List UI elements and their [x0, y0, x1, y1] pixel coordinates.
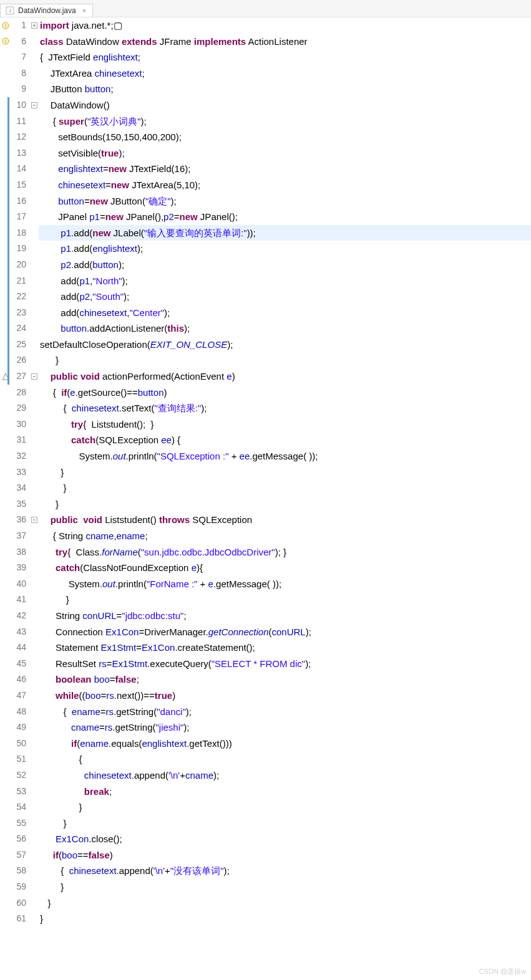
code-line[interactable]: p1.add(englishtext); — [39, 241, 531, 257]
code-line[interactable]: } — [39, 480, 531, 496]
code-line[interactable]: public void actionPerformed(ActionEvent … — [39, 368, 531, 385]
fold-blank — [30, 448, 39, 464]
code-line[interactable]: p1.add(new JLabel("输入要查询的英语单词:")); — [39, 225, 531, 241]
code-line[interactable]: if(ename.equals(englishtext.getText())) — [39, 736, 531, 752]
code-line[interactable]: { chinesetext.setText("查询结果:"); — [39, 400, 531, 416]
code-line[interactable]: { if(e.getSource()==button) — [39, 385, 531, 401]
code-line[interactable]: ResultSet rs=Ex1Stmt.executeQuery("SELEC… — [39, 656, 531, 672]
gutter-blank — [0, 879, 11, 895]
code-line[interactable]: JTextArea chinesetext; — [39, 65, 531, 82]
code-line[interactable]: add(chinesetext,"Center"); — [39, 305, 531, 321]
code-line[interactable]: System.out.println("ForName :" + e.getMe… — [39, 576, 531, 592]
fold-blank — [30, 49, 39, 65]
line-number: 45 — [11, 656, 26, 672]
code-line[interactable]: { ename=rs.getString("danci"); — [39, 704, 531, 720]
code-line[interactable]: chinesetext=new JTextArea(5,10); — [39, 177, 531, 193]
code-line[interactable]: cname=rs.getString("jieshi"); — [39, 719, 531, 736]
code-line[interactable]: } — [39, 879, 531, 895]
svg-text:J: J — [9, 8, 11, 14]
gutter-blank — [0, 831, 11, 847]
code-line[interactable]: button=new JButton("确定"); — [39, 193, 531, 209]
fold-toggle-icon[interactable] — [30, 512, 39, 528]
code-line[interactable]: try{ Class.forName("sun.jdbc.odbc.JdbcOd… — [39, 544, 531, 560]
code-line[interactable]: } — [39, 464, 531, 481]
code-line[interactable]: setVisible(true); — [39, 145, 531, 161]
code-line[interactable]: } — [39, 352, 531, 368]
code-line[interactable]: class DataWindow extends JFrame implemen… — [39, 34, 531, 50]
code-line[interactable]: } — [39, 496, 531, 512]
fold-blank — [30, 863, 39, 879]
code-line[interactable]: } — [39, 815, 531, 832]
code-line[interactable]: import java.net.*;▢ — [39, 17, 531, 34]
line-number: 41 — [11, 592, 26, 608]
code-line[interactable]: } — [39, 592, 531, 608]
code-line[interactable]: if(boo==false) — [39, 847, 531, 863]
code-line[interactable]: Connection Ex1Con=DriverManager.getConne… — [39, 624, 531, 640]
gutter-blank — [0, 560, 11, 576]
code-line[interactable]: boolean boo=false; — [39, 671, 531, 688]
line-number: 17 — [11, 209, 26, 225]
fold-blank — [30, 81, 39, 97]
code-line[interactable]: try{ Liststudent(); } — [39, 416, 531, 433]
code-line[interactable]: setDefaultCloseOperation(EXIT_ON_CLOSE); — [39, 337, 531, 353]
code-line[interactable]: Statement Ex1Stmt=Ex1Con.createStatement… — [39, 640, 531, 656]
editor-tab[interactable]: J DataWindow.java × — [0, 4, 93, 17]
code-line[interactable]: chinesetext.append('\n'+cname); — [39, 767, 531, 784]
close-icon[interactable]: × — [82, 7, 86, 14]
code-line[interactable]: JPanel p1=new JPanel(),p2=new JPanel(); — [39, 209, 531, 225]
code-line[interactable]: DataWindow() — [39, 97, 531, 113]
code-line[interactable]: { — [39, 751, 531, 767]
line-number: 29 — [11, 400, 26, 416]
code-line[interactable]: } — [39, 911, 531, 927]
gutter-blank — [0, 209, 11, 225]
code-line[interactable]: } — [39, 895, 531, 911]
line-number: 36 — [11, 512, 26, 528]
fold-toggle-icon[interactable] — [30, 97, 39, 113]
code-line[interactable]: add(p1,"North"); — [39, 273, 531, 289]
gutter-blank — [0, 704, 11, 720]
code-line[interactable]: { JTextField englishtext; — [39, 49, 531, 65]
line-number: 28 — [11, 385, 26, 401]
code-line[interactable]: catch(SQLException ee) { — [39, 432, 531, 448]
fold-toggle-icon[interactable] — [30, 17, 39, 34]
gutter-blank — [0, 97, 11, 113]
line-number: 61 — [11, 911, 26, 927]
line-number: 15 — [11, 177, 26, 193]
gutter-blank — [0, 193, 11, 209]
code-area[interactable]: import java.net.*;▢class DataWindow exte… — [39, 17, 531, 927]
code-line[interactable]: setBounds(150,150,400,200); — [39, 129, 531, 145]
code-line[interactable]: add(p2,"South"); — [39, 289, 531, 305]
gutter-blank — [0, 257, 11, 273]
warning-icon[interactable]: ! — [0, 17, 11, 34]
code-line[interactable]: button.addActionListener(this); — [39, 320, 531, 337]
code-line[interactable]: break; — [39, 784, 531, 800]
code-line[interactable]: catch(ClassNotFoundException e){ — [39, 560, 531, 576]
code-line[interactable]: while((boo=rs.next())==true) — [39, 688, 531, 704]
gutter-blank — [0, 273, 11, 289]
fold-blank — [30, 560, 39, 576]
code-line[interactable]: String conURL="jdbc:odbc:stu"; — [39, 608, 531, 624]
gutter-blank — [0, 289, 11, 305]
fold-blank — [30, 257, 39, 273]
warning-icon[interactable]: ! — [0, 34, 11, 50]
code-line[interactable]: englishtext=new JTextField(16); — [39, 161, 531, 177]
code-line[interactable]: { chinesetext.append('\n'+"没有该单词"); — [39, 863, 531, 879]
override-icon[interactable] — [0, 368, 11, 385]
fold-blank — [30, 608, 39, 624]
gutter-blank — [0, 432, 11, 448]
code-line[interactable]: } — [39, 799, 531, 815]
code-line[interactable]: { super("英汉小词典"); — [39, 113, 531, 130]
fold-toggle-icon[interactable] — [30, 368, 39, 385]
fold-blank — [30, 528, 39, 544]
gutter-blank — [0, 464, 11, 481]
code-line[interactable]: JButton button; — [39, 81, 531, 97]
code-line[interactable]: p2.add(button); — [39, 257, 531, 273]
code-line[interactable]: public void Liststudent() throws SQLExce… — [39, 512, 531, 528]
gutter-blank — [0, 784, 11, 800]
fold-blank — [30, 193, 39, 209]
fold-blank — [30, 273, 39, 289]
code-line[interactable]: Ex1Con.close(); — [39, 831, 531, 847]
code-editor[interactable]: !! 1678910111213141516171819202122232425… — [0, 17, 531, 927]
code-line[interactable]: { String cname,ename; — [39, 528, 531, 544]
code-line[interactable]: System.out.println("SQLException :" + ee… — [39, 448, 531, 464]
